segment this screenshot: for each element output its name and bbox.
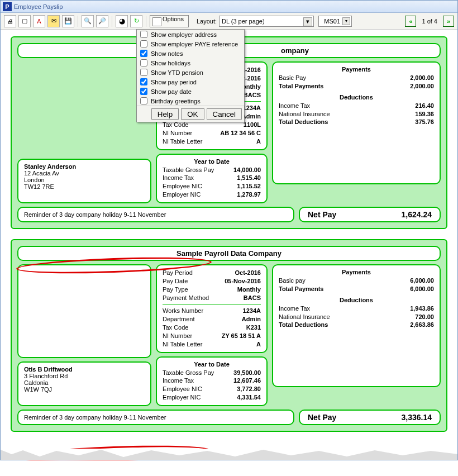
period-box: Pay PeriodOct-2016Pay Date05-Nov-2016Pay… [156, 264, 268, 353]
window-title: Employee Payslip [14, 3, 63, 10]
netpay-box: Net Pay3,336.14 [299, 410, 441, 425]
address-box: Otis B Driftwood3 Flanchford RdCaldoniaW… [17, 361, 151, 406]
separator [146, 16, 146, 27]
checkbox[interactable] [140, 40, 147, 47]
menu-item-label: Show pay period [151, 79, 197, 85]
options-menu-item[interactable]: Show notes [137, 49, 244, 58]
page-label: 1 of 4 [418, 18, 441, 25]
separator [112, 16, 112, 27]
chevron-down-icon: ▾ [342, 17, 350, 25]
mail-icon[interactable]: ✉ [47, 15, 60, 27]
options-menu: Show employer addressShow employer PAYE … [136, 29, 245, 122]
zoom-out-icon[interactable]: 🔎 [96, 15, 108, 27]
layout-label: Layout: [197, 18, 217, 25]
options-menu-item[interactable]: Show holidays [137, 58, 244, 68]
checkbox[interactable] [140, 59, 147, 66]
spacer-box [17, 264, 151, 358]
payments-deductions-box: PaymentsBasic pay6,000.00Total Payments6… [272, 264, 441, 387]
ytd-box: Year to DateTaxable Gross Pay14,000.00In… [156, 154, 268, 203]
checkbox[interactable] [140, 31, 147, 38]
ok-button[interactable]: OK [181, 108, 204, 120]
options-menu-item[interactable]: Show pay period [137, 77, 244, 87]
options-menu-item[interactable]: Show employer address [137, 30, 244, 39]
help-button[interactable]: Help [151, 108, 179, 120]
toolbar: 🖨 ▢ A ✉ 💾 🔍 🔎 ◕ ↻ Options Layout: DL (3 … [1, 13, 457, 30]
note-box: Reminder of 3 day company holiday 9-11 N… [17, 410, 294, 425]
print-icon[interactable]: 🖨 [4, 15, 16, 27]
pdf-icon[interactable]: A [33, 15, 45, 27]
options-menu-item[interactable]: Show employer PAYE reference [137, 39, 244, 49]
checkbox[interactable] [140, 97, 147, 104]
zoom-in-icon[interactable]: 🔍 [82, 15, 94, 27]
refresh-icon[interactable]: ↻ [130, 15, 142, 27]
menu-item-label: Show pay date [151, 88, 192, 95]
titlebar: P Employee Payslip [1, 1, 457, 13]
layout-value: DL (3 per page) [222, 18, 265, 25]
checkbox[interactable] [140, 69, 147, 76]
note-box: Reminder of 3 day company holiday 9-11 N… [17, 207, 294, 222]
color-icon[interactable]: ◕ [116, 15, 128, 27]
app-icon: P [3, 2, 12, 11]
payslip: Sample Payroll Data CompanyOtis B Driftw… [11, 239, 447, 432]
ms-select[interactable]: MS01 ▾ [318, 16, 352, 27]
menu-item-label: Birthday greetings [151, 98, 201, 104]
layout-select[interactable]: DL (3 per page) ▾ [219, 16, 314, 27]
save-icon[interactable]: 💾 [62, 15, 74, 27]
cancel-button[interactable]: Cancel [207, 108, 242, 120]
ytd-box: Year to DateTaxable Gross Pay39,500.00In… [156, 356, 268, 406]
payments-deductions-box: PaymentsBasic Pay2,000.00Total Payments2… [272, 61, 441, 184]
menu-item-label: Show YTD pension [151, 69, 203, 76]
menu-item-label: Show notes [151, 50, 183, 57]
company-header: Sample Payroll Data Company [17, 246, 441, 261]
options-button[interactable]: Options [150, 15, 189, 27]
chevron-down-icon: ▾ [303, 17, 312, 26]
options-menu-item[interactable]: Show YTD pension [137, 68, 244, 77]
menu-item-label: Show employer address [151, 31, 217, 38]
ms-value: MS01 [324, 18, 340, 25]
menu-item-label: Show holidays [151, 60, 190, 66]
separator [78, 16, 78, 27]
torn-edge [1, 449, 457, 460]
nav-next-button[interactable]: » [443, 16, 454, 27]
options-menu-item[interactable]: Birthday greetings [137, 96, 244, 106]
nav-first-button[interactable]: « [405, 16, 416, 27]
checkbox[interactable] [140, 78, 147, 85]
checkbox[interactable] [140, 50, 147, 57]
address-box: Stanley Anderson12 Acacia AvLondonTW12 7… [17, 159, 151, 203]
options-menu-item[interactable]: Show pay date [137, 87, 244, 96]
new-icon[interactable]: ▢ [18, 15, 31, 27]
netpay-box: Net Pay1,624.24 [299, 207, 441, 222]
app-window: P Employee Payslip 🖨 ▢ A ✉ 💾 🔍 🔎 ◕ ↻ Opt… [0, 0, 458, 460]
checkbox[interactable] [140, 88, 147, 95]
menu-item-label: Show employer PAYE reference [151, 41, 238, 47]
